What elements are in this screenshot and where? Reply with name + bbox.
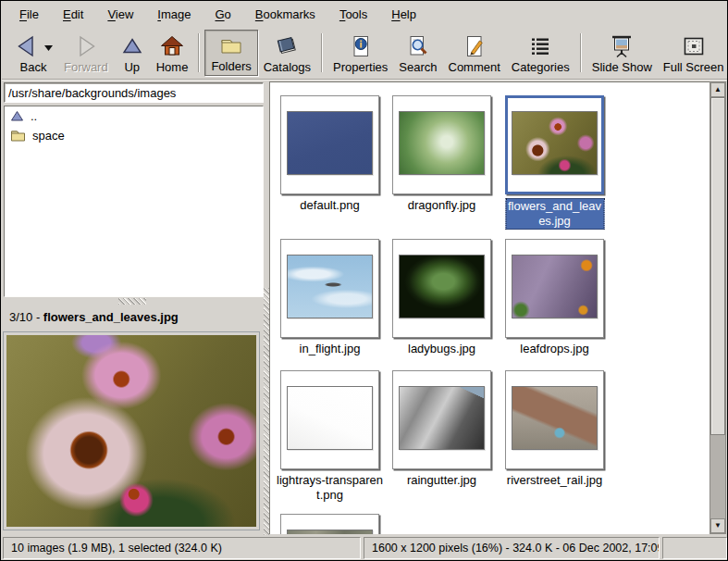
vertical-scrollbar[interactable]: ▲ ▼ [709, 81, 726, 534]
menu-tools[interactable]: Tools [327, 4, 379, 25]
full-screen-button[interactable]: Full Screen [658, 30, 728, 76]
thumbnail-image [287, 530, 373, 534]
scroll-down-icon[interactable]: ▼ [710, 518, 725, 533]
full-screen-icon [681, 33, 707, 59]
folder-item-label: .. [31, 109, 37, 124]
thumbnail-image [512, 255, 598, 318]
properties-label: Properties [333, 60, 388, 75]
thumbnail-card-selected[interactable] [505, 95, 604, 194]
slide-show-button[interactable]: Slide Show [586, 30, 658, 76]
thumbnail-in-flight: in_flight.jpg [280, 239, 379, 338]
forward-label: Forward [64, 60, 108, 75]
thumbnail-raingutter: raingutter.jpg [392, 370, 491, 469]
toolbar-separator [198, 33, 200, 72]
folder-item-space[interactable]: space [5, 126, 263, 145]
full-screen-label: Full Screen [663, 60, 724, 75]
menu-go[interactable]: Go [203, 4, 242, 25]
catalogs-button[interactable]: Catalogs [258, 30, 316, 76]
thumbnail-card[interactable] [280, 239, 379, 338]
thumbnail-dragonfly: dragonfly.jpg [392, 95, 491, 194]
folder-item-parent[interactable]: .. [5, 106, 263, 126]
image-position-counter: 3/10 - [9, 310, 43, 324]
thumbnail-image [399, 386, 485, 450]
thumbnail-lightrays: lightrays-transparent.png [280, 370, 379, 469]
folder-list: .. space [4, 106, 264, 297]
menu-view[interactable]: View [95, 4, 145, 25]
comment-icon [462, 33, 487, 59]
slide-show-icon [609, 33, 635, 59]
thumbnail-image [287, 111, 373, 175]
thumbnail-image [512, 111, 598, 175]
categories-label: Categories [512, 60, 570, 75]
thumbnail-card[interactable] [392, 95, 491, 194]
thumbnail-card[interactable] [505, 239, 604, 338]
scrollbar-thumb[interactable] [710, 97, 725, 435]
catalogs-icon [274, 33, 300, 59]
thumbnail-label: in_flight.jpg [274, 342, 386, 356]
thumbnail-label: leafdrops.jpg [499, 342, 611, 356]
thumbnail-card[interactable] [392, 370, 491, 469]
up-button[interactable]: Up [114, 30, 151, 76]
preview-pane [3, 331, 260, 530]
back-label: Back [20, 60, 47, 75]
back-dropdown-icon[interactable] [44, 45, 53, 51]
comment-button[interactable]: Comment [443, 30, 506, 76]
thumbnail-riverstreet-rail: riverstreet_rail.jpg [505, 370, 604, 469]
menubar: File Edit View Image Go Bookmarks Tools … [2, 2, 728, 27]
thumbnail-image [287, 255, 373, 318]
folders-icon [218, 32, 244, 58]
thumbnail-card[interactable] [280, 514, 379, 534]
statusbar-left-text: 10 images (1.9 MB), 1 selected (324.0 K) [11, 542, 222, 555]
thumbnail-label-selected: flowers_and_leaves.jpg [505, 198, 604, 230]
thumbnail-card[interactable] [392, 239, 491, 338]
up-icon [119, 33, 145, 59]
thumbnail-label: dragonfly.jpg [386, 198, 498, 213]
menu-bookmarks[interactable]: Bookmarks [243, 4, 327, 25]
statusbar-progress-area [662, 537, 727, 559]
forward-button[interactable]: Forward [58, 30, 114, 76]
parent-dir-icon [10, 109, 24, 123]
thumbnail-label: lightrays-transparent.png [274, 473, 386, 503]
thumbnail-default: default.png [280, 95, 379, 194]
toolbar: Back Forward Up [2, 27, 728, 80]
thumbnail-label: raingutter.jpg [386, 473, 498, 488]
home-button[interactable]: Home [151, 30, 194, 76]
search-icon [405, 33, 431, 59]
folders-button[interactable]: Folders [204, 30, 257, 76]
back-button[interactable]: Back [8, 30, 58, 76]
thumbnail-partial [280, 514, 379, 534]
thumbnail-image [399, 111, 485, 175]
folders-label: Folders [211, 59, 251, 74]
thumbnail-leafdrops: leafdrops.jpg [505, 239, 604, 338]
thumbnail-browser: default.png dragonfly.jpg flowers_and_le… [269, 81, 709, 534]
thumbnail-label: default.png [274, 198, 386, 213]
preview-image [6, 335, 256, 527]
thumbnail-image [512, 386, 598, 450]
menu-image[interactable]: Image [145, 4, 203, 25]
home-icon [159, 33, 185, 59]
up-label: Up [124, 60, 140, 75]
properties-icon [348, 33, 374, 59]
location-path-input[interactable] [4, 82, 264, 103]
thumbnail-label: ladybugs.jpg [386, 342, 498, 356]
toolbar-separator [321, 33, 323, 72]
thumbnail-card[interactable] [505, 370, 604, 469]
categories-button[interactable]: Categories [506, 30, 575, 76]
categories-icon [527, 33, 553, 59]
menu-help[interactable]: Help [379, 4, 428, 25]
folder-icon [10, 129, 26, 143]
back-icon [14, 33, 40, 59]
horizontal-splitter-handle[interactable] [118, 298, 146, 305]
slide-show-label: Slide Show [592, 60, 652, 75]
statusbar: 10 images (1.9 MB), 1 selected (324.0 K)… [2, 535, 728, 561]
preview-info-bar: 3/10 - flowers_and_leaves.jpg [3, 305, 265, 329]
comment-label: Comment [449, 60, 500, 75]
statusbar-image-info: 1600 x 1200 pixels (16%) - 324.0 K - 06 … [364, 537, 660, 559]
search-button[interactable]: Search [393, 30, 442, 76]
properties-button[interactable]: Properties [327, 30, 393, 76]
scroll-up-icon[interactable]: ▲ [710, 82, 725, 97]
menu-file[interactable]: File [7, 4, 51, 25]
thumbnail-card[interactable] [280, 370, 379, 469]
menu-edit[interactable]: Edit [51, 4, 95, 25]
thumbnail-card[interactable] [280, 95, 379, 194]
